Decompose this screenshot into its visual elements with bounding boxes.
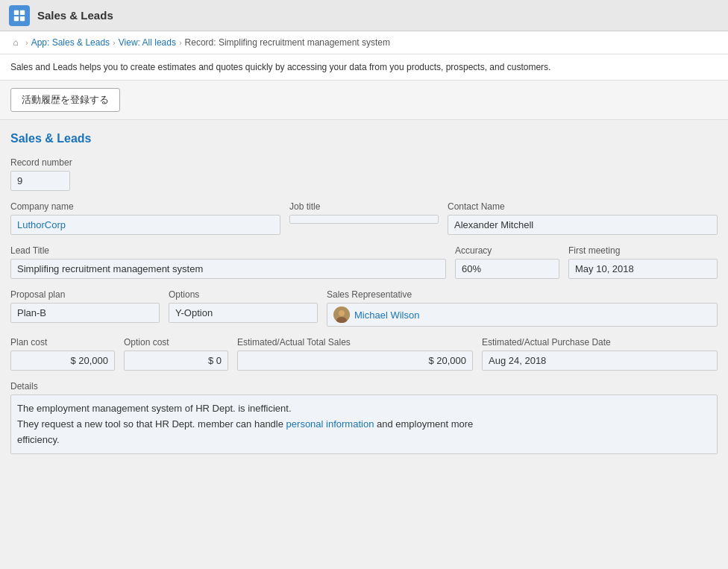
proposal-plan-col: Proposal plan Plan-B	[10, 289, 160, 327]
details-label: Details	[10, 381, 718, 392]
option-cost-label: Option cost	[124, 337, 228, 348]
breadcrumb-view-link[interactable]: View: All leads	[119, 37, 176, 48]
option-cost-field[interactable]: $ 0	[124, 350, 228, 371]
row-costs-dates: Plan cost $ 20,000 Option cost $ 0 Estim…	[10, 337, 718, 371]
record-number-group: Record number 9	[10, 157, 718, 191]
options-label: Options	[169, 289, 318, 300]
lead-title-field[interactable]: Simplifing recruitment management system	[10, 259, 446, 279]
details-highlight: personal information	[286, 418, 374, 430]
first-meeting-field[interactable]: May 10, 2018	[568, 259, 718, 279]
company-col: Company name LuthorCorp	[10, 201, 280, 235]
svg-point-5	[339, 310, 345, 316]
record-number-field[interactable]: 9	[10, 171, 70, 191]
total-sales-field[interactable]: $ 20,000	[237, 350, 473, 371]
accuracy-col: Accuracy 60%	[455, 245, 559, 279]
accuracy-field[interactable]: 60%	[455, 259, 559, 279]
job-title-col: Job title	[289, 201, 439, 235]
app-title: Sales & Leads	[37, 9, 113, 22]
plan-cost-field[interactable]: $ 20,000	[10, 350, 115, 371]
main-content: Sales & Leads Record number 9 Company na…	[0, 120, 728, 477]
app-icon	[9, 5, 30, 26]
accuracy-label: Accuracy	[455, 245, 559, 256]
contact-col: Contact Name Alexander Mitchell	[448, 201, 718, 235]
home-icon[interactable]: ⌂	[9, 36, 22, 49]
options-col: Options Y-Option	[169, 289, 318, 327]
total-sales-col: Estimated/Actual Total Sales $ 20,000	[237, 337, 473, 371]
purchase-date-field[interactable]: Aug 24, 2018	[482, 350, 718, 371]
proposal-plan-field[interactable]: Plan-B	[10, 303, 160, 323]
sep1: ›	[25, 38, 28, 47]
details-line3: efficiency.	[17, 434, 60, 445]
sales-rep-label: Sales Representative	[327, 289, 718, 300]
breadcrumb-record: Record: Simplifing recruitment managemen…	[185, 37, 390, 48]
first-meeting-label: First meeting	[568, 245, 718, 256]
job-title-label: Job title	[289, 201, 439, 212]
sales-rep-col: Sales Representative Michael Wilson	[327, 289, 718, 327]
options-field[interactable]: Y-Option	[169, 303, 318, 323]
company-name-field[interactable]: LuthorCorp	[10, 215, 280, 235]
svg-rect-1	[20, 10, 25, 14]
info-bar: Sales and Leads helps you to create esti…	[0, 54, 728, 81]
company-name-label: Company name	[10, 201, 280, 212]
app-header: Sales & Leads	[0, 0, 728, 31]
details-group: Details The employment management system…	[10, 381, 718, 454]
purchase-date-col: Estimated/Actual Purchase Date Aug 24, 2…	[482, 337, 718, 371]
svg-rect-2	[14, 16, 19, 20]
sep3: ›	[179, 38, 182, 47]
total-sales-label: Estimated/Actual Total Sales	[237, 337, 473, 348]
details-line1: The employment management system of HR D…	[17, 403, 292, 414]
row-plan-options-rep: Proposal plan Plan-B Options Y-Option Sa…	[10, 289, 718, 327]
job-title-field[interactable]	[289, 215, 439, 224]
contact-name-label: Contact Name	[448, 201, 718, 212]
plan-cost-col: Plan cost $ 20,000	[10, 337, 115, 371]
proposal-plan-label: Proposal plan	[10, 289, 160, 300]
sales-rep-name: Michael Wilson	[354, 309, 419, 321]
option-cost-col: Option cost $ 0	[124, 337, 228, 371]
sep2: ›	[113, 38, 116, 47]
sales-rep-field[interactable]: Michael Wilson	[327, 303, 718, 327]
contact-name-field[interactable]: Alexander Mitchell	[448, 215, 718, 235]
log-activity-button[interactable]: 活動履歴を登録する	[10, 88, 120, 112]
row-lead-accuracy-meeting: Lead Title Simplifing recruitment manage…	[10, 245, 718, 279]
first-meeting-col: First meeting May 10, 2018	[568, 245, 718, 279]
details-line2: They request a new tool so that HR Dept.…	[17, 418, 473, 430]
action-bar: 活動履歴を登録する	[0, 81, 728, 120]
breadcrumb-bar: ⌂ › App: Sales & Leads › View: All leads…	[0, 31, 728, 54]
plan-cost-label: Plan cost	[10, 337, 115, 348]
avatar	[333, 306, 350, 323]
section-title: Sales & Leads	[10, 132, 718, 145]
lead-title-label: Lead Title	[10, 245, 446, 256]
breadcrumb-app-link[interactable]: App: Sales & Leads	[31, 37, 110, 48]
record-number-label: Record number	[10, 157, 718, 168]
purchase-date-label: Estimated/Actual Purchase Date	[482, 337, 718, 348]
details-field[interactable]: The employment management system of HR D…	[10, 394, 718, 454]
row-company-job-contact: Company name LuthorCorp Job title Contac…	[10, 201, 718, 235]
svg-rect-0	[14, 10, 19, 14]
svg-rect-3	[20, 16, 25, 20]
info-text: Sales and Leads helps you to create esti…	[10, 62, 550, 72]
lead-title-col: Lead Title Simplifing recruitment manage…	[10, 245, 446, 279]
